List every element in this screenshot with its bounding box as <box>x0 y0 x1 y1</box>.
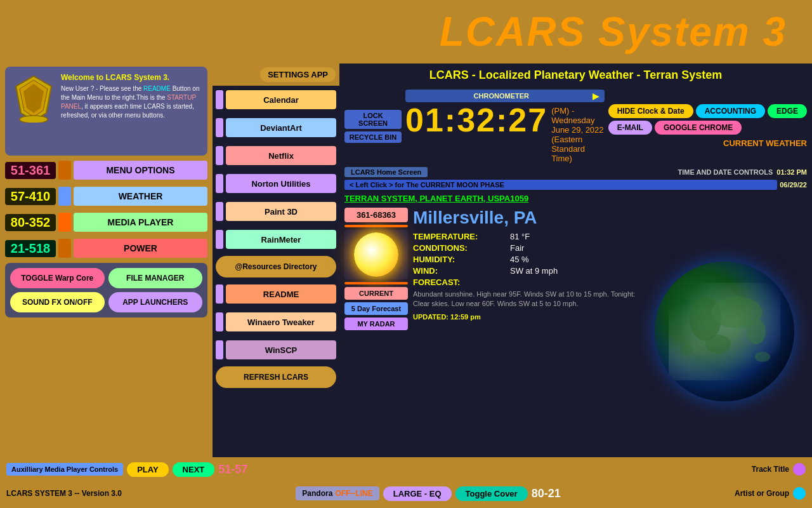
current-weather-text: CURRENT WEATHER <box>723 138 807 148</box>
hide-clock-button[interactable]: HIDE Clock & Date <box>608 104 693 118</box>
nav-item-winaero[interactable]: Winaero Tweaker <box>216 310 336 334</box>
media-player-button[interactable]: MEDIA PLAYER <box>74 213 207 232</box>
pandora-container: Pandora OFF--LINE <box>296 486 379 500</box>
ctrl-row-2: E-MAIL GOOGLE CHROME <box>608 121 807 135</box>
norton-label: Norton Utilities <box>226 174 336 193</box>
readme-highlight: README <box>143 85 171 92</box>
code-num-2: 57-410 <box>5 188 56 205</box>
nav-item-rainmeter[interactable]: RainMeter <box>216 227 336 251</box>
code-bar-1 <box>58 161 71 180</box>
media-num-2: 80-21 <box>532 487 561 500</box>
earth-container <box>642 208 807 455</box>
email-button[interactable]: E-MAIL <box>608 121 652 135</box>
svg-point-6 <box>705 335 731 354</box>
resources-directory-button[interactable]: @Resources Directory <box>216 256 336 277</box>
right-ctrl-buttons: HIDE Clock & Date ACCOUNTING EDGE E-MAIL… <box>608 104 807 149</box>
menu-options-button[interactable]: MENU OPTIONS <box>74 161 207 180</box>
startup-highlight: STARTUP PANEL <box>61 94 196 110</box>
edge-button[interactable]: EDGE <box>768 104 807 118</box>
nav-item-winscp[interactable]: WinSCP <box>216 338 336 362</box>
app-container: LCARS System 3 Welcome to L <box>0 0 812 508</box>
btn-row-1: TOGGLE Warp Core FILE MANAGER <box>10 268 202 288</box>
info-row-2: < Left Click > for The CURRENT MOON PHAS… <box>339 178 812 191</box>
current-button[interactable]: CURRENT <box>344 287 408 300</box>
moon-date: 06/29/22 <box>780 181 807 189</box>
left-panel: Welcome to LCARS System 3. New User ? - … <box>0 64 213 457</box>
conditions-value: Fair <box>510 243 637 253</box>
bottom-buttons-panel: TOGGLE Warp Core FILE MANAGER SOUND FX O… <box>5 263 207 318</box>
section-code: 361-68363 <box>344 208 408 222</box>
chronometer-bar: CHRONOMETER ▶ <box>405 90 605 102</box>
chrome-button[interactable]: GOOGLE CHROME <box>655 121 742 135</box>
bottom-row-1: Auxilliary Media Player Controls PLAY NE… <box>0 457 812 481</box>
nav-bar-winaero <box>216 312 223 331</box>
accounting-button[interactable]: ACCOUNTING <box>696 104 765 118</box>
chronometer-label: CHRONOMETER <box>410 92 593 100</box>
winaero-label: Winaero Tweaker <box>226 312 336 331</box>
forecast-label: FORECAST: <box>413 277 508 287</box>
nav-item-norton[interactable]: Norton Utilities <box>216 171 336 196</box>
clock-period: (PM) - Wednesday <box>551 106 604 125</box>
code-bar-2 <box>58 187 71 206</box>
nav-panel: SETTINGS APP Calendar DeviantArt Netflix… <box>213 64 339 457</box>
rainmeter-label: RainMeter <box>226 230 336 249</box>
nav-item-calendar[interactable]: Calendar <box>216 88 336 112</box>
large-eq-button[interactable]: LARGE - EQ <box>383 486 452 501</box>
track-dot <box>793 463 806 476</box>
app-title: LCARS System 3 <box>440 8 787 55</box>
home-screen-label[interactable]: LCARS Home Screen <box>344 167 428 177</box>
settings-app-button[interactable]: SETTINGS APP <box>260 67 336 82</box>
wind-value: SW at 9 mph <box>510 266 637 276</box>
temperature-label: TEMPERATURE: <box>413 232 508 241</box>
weather-earth-row: 361-68363 CURRENT 5 Day Forecast MY RADA… <box>339 205 812 457</box>
bottom-row-2: LCARS SYSTEM 3 -- Version 3.0 Pandora OF… <box>0 481 812 505</box>
app-launchers-button[interactable]: APP LAUNCHERS <box>108 292 203 312</box>
five-day-forecast-button[interactable]: 5 Day Forecast <box>344 302 408 315</box>
pandora-text: Pandora <box>302 489 332 498</box>
nav-bar-netflix <box>216 146 223 165</box>
nav-item-readme[interactable]: README <box>216 282 336 306</box>
recycle-bin-label[interactable]: RECYCLE BIN <box>344 131 402 143</box>
weather-button[interactable]: WEATHER <box>74 187 207 206</box>
lock-screen-label[interactable]: LOCK SCREEN <box>344 110 402 129</box>
my-radar-button[interactable]: MY RADAR <box>344 318 408 330</box>
next-button[interactable]: NEXT <box>173 462 215 477</box>
paint3d-label: Paint 3D <box>226 202 336 221</box>
chrono-arrow-icon: ▶ <box>593 91 599 101</box>
file-manager-button[interactable]: FILE MANAGER <box>108 268 203 288</box>
nav-bar-calendar <box>216 90 223 109</box>
nav-header: SETTINGS APP <box>213 64 339 86</box>
play-button[interactable]: PLAY <box>127 462 168 477</box>
winscp-label: WinSCP <box>226 340 336 359</box>
terran-system-link[interactable]: TERRAN SYSTEM, PLANET EARTH, USPA1059 <box>344 194 528 203</box>
nav-bar-winscp <box>216 340 223 359</box>
info-row-1: LCARS Home Screen TIME AND DATE CONTROLS… <box>339 166 812 178</box>
code-row-3: 80-352 MEDIA PLAYER <box>5 211 207 234</box>
time-date-controls-label: TIME AND DATE CONTROLS <box>678 168 773 176</box>
weather-data-panel: Millersville, PA TEMPERATURE: 81 °F COND… <box>413 208 637 455</box>
earth-globe <box>655 262 794 401</box>
nav-item-paint3d[interactable]: Paint 3D <box>216 199 336 224</box>
toggle-warp-core-button[interactable]: TOGGLE Warp Core <box>10 268 105 288</box>
starfleet-badge <box>11 73 56 124</box>
weather-title: LCARS - Localized Planetary Weather - Te… <box>429 69 722 81</box>
conditions-label: CONDITIONS: <box>413 243 508 253</box>
divider-2 <box>344 282 408 284</box>
moon-phase-button[interactable]: < Left Click > for The CURRENT MOON PHAS… <box>344 180 777 190</box>
netflix-label: Netflix <box>226 146 336 165</box>
deviantart-label: DeviantArt <box>226 118 336 137</box>
code-bar-3 <box>58 213 71 232</box>
code-row-1: 51-361 MENU OPTIONS <box>5 159 207 182</box>
sound-fx-button[interactable]: SOUND FX ON/OFF <box>10 292 105 312</box>
power-button[interactable]: POWER <box>74 239 207 258</box>
content-wrapper: Welcome to LCARS System 3. New User ? - … <box>0 64 812 457</box>
wind-label: WIND: <box>413 266 508 276</box>
svg-point-8 <box>680 345 693 356</box>
nav-item-deviantart[interactable]: DeviantArt <box>216 116 336 140</box>
startup-body: New User ? - Please see the README Butto… <box>61 84 201 120</box>
toggle-cover-button[interactable]: Toggle Cover <box>455 486 528 501</box>
nav-item-netflix[interactable]: Netflix <box>216 144 336 168</box>
code-num-3: 80-352 <box>5 214 56 231</box>
bottom-bar: Auxilliary Media Player Controls PLAY NE… <box>0 457 812 508</box>
refresh-lcars-button[interactable]: REFRESH LCARS <box>216 366 336 388</box>
